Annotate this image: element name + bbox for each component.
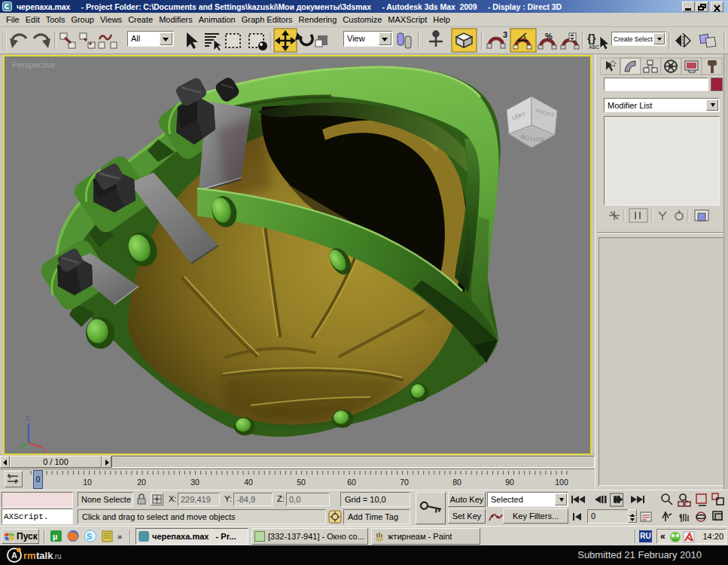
svg-text:30: 30 (190, 478, 200, 487)
svg-text:A: A (11, 551, 17, 560)
svg-text:70: 70 (400, 478, 409, 487)
svg-text:µ: µ (53, 532, 57, 541)
svg-text:{}: {} (587, 32, 596, 44)
svg-text:100: 100 (555, 478, 568, 487)
svg-text:talk: talk (36, 550, 53, 561)
svg-text:.ru: .ru (53, 552, 62, 560)
svg-text:20: 20 (137, 478, 146, 487)
svg-text:3: 3 (503, 30, 507, 39)
svg-text:50: 50 (297, 478, 306, 487)
svg-text:y: y (12, 449, 16, 454)
svg-text:10: 10 (83, 478, 92, 487)
svg-text:Perspective: Perspective (12, 60, 55, 69)
svg-text:80: 80 (452, 478, 461, 487)
svg-text:ABC: ABC (589, 44, 599, 50)
svg-text:rm: rm (23, 550, 36, 561)
svg-text:»: » (117, 532, 122, 541)
svg-text:z: z (26, 414, 29, 422)
svg-text:60: 60 (347, 478, 356, 487)
svg-text:90: 90 (505, 478, 514, 487)
svg-text:S: S (87, 532, 92, 541)
svg-text:x: x (44, 446, 47, 454)
svg-text:40: 40 (244, 478, 253, 487)
svg-text:%: % (545, 32, 553, 41)
